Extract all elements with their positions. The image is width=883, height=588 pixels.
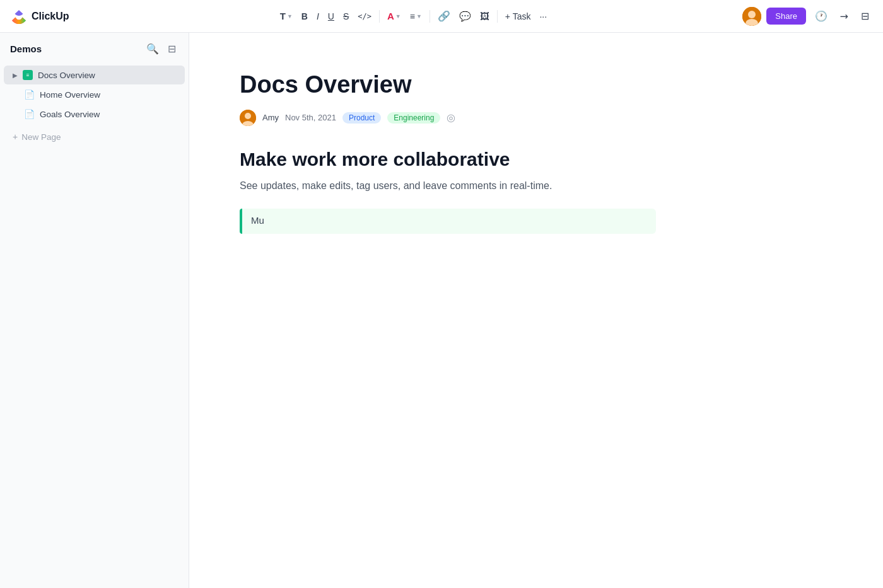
sidebar: Demos 🔍 ⊟ ▶ ≡ Docs Overview 📄 Ho bbox=[0, 33, 189, 588]
content-area: Docs Overview Amy Nov 5th, 2021 Product … bbox=[189, 33, 883, 588]
divider-3 bbox=[497, 10, 498, 23]
sidebar-item-label: Docs Overview bbox=[38, 71, 95, 80]
logo-text: ClickUp bbox=[32, 11, 69, 22]
document-title: Docs Overview bbox=[240, 71, 833, 100]
divider-2 bbox=[430, 10, 430, 23]
sidebar-header: Demos 🔍 ⊟ bbox=[0, 33, 189, 62]
blockquote: Mu bbox=[240, 209, 656, 234]
sidebar-item-goals-overview[interactable]: 📄 Goals Overview bbox=[4, 105, 185, 124]
tag-product[interactable]: Product bbox=[342, 112, 381, 124]
document-date: Nov 5th, 2021 bbox=[285, 113, 336, 122]
new-page-button[interactable]: + New Page bbox=[4, 127, 185, 146]
align-button[interactable]: ≡ ▼ bbox=[406, 7, 426, 26]
code-button[interactable]: </> bbox=[354, 7, 375, 26]
link-button[interactable]: 🔗 bbox=[434, 7, 454, 26]
doc-icon-home: 📄 bbox=[24, 89, 35, 100]
layout-icon: ⊟ bbox=[168, 43, 176, 54]
color-dropdown-arrow: ▼ bbox=[395, 13, 401, 20]
underline-button[interactable]: U bbox=[324, 7, 338, 26]
sidebar-search-button[interactable]: 🔍 bbox=[144, 42, 161, 56]
toolbar: ClickUp T ▼ B I U S </> A ▼ ≡ ▼ bbox=[0, 0, 883, 33]
nav-expand-arrow: ▶ bbox=[13, 72, 18, 79]
svg-point-1 bbox=[748, 11, 756, 18]
strikethrough-button[interactable]: S bbox=[339, 7, 353, 26]
sidebar-item-label: Home Overview bbox=[40, 90, 100, 100]
share-button[interactable]: Share bbox=[766, 8, 806, 25]
italic-button[interactable]: I bbox=[313, 7, 323, 26]
author-name: Amy bbox=[262, 113, 279, 122]
author-avatar bbox=[240, 110, 256, 126]
bold-button[interactable]: B bbox=[298, 7, 312, 26]
add-task-button[interactable]: + Task bbox=[501, 7, 535, 26]
image-button[interactable]: 🖼 bbox=[476, 7, 493, 26]
section-title: Make work more collaborative bbox=[240, 149, 833, 170]
blockquote-text[interactable]: Mu bbox=[242, 209, 273, 234]
text-format-button[interactable]: T ▼ bbox=[276, 7, 296, 26]
text-color-button[interactable]: A ▼ bbox=[383, 7, 405, 26]
align-dropdown-arrow: ▼ bbox=[416, 13, 422, 20]
export-button[interactable]: ↗ bbox=[836, 7, 852, 26]
sidebar-nav: ▶ ≡ Docs Overview 📄 Home Overview 📄 Goal… bbox=[0, 62, 189, 127]
avatar[interactable] bbox=[742, 7, 761, 26]
divider-1 bbox=[379, 10, 380, 23]
svg-point-4 bbox=[245, 113, 251, 119]
search-icon: 🔍 bbox=[146, 43, 159, 54]
tag-add-icon[interactable]: ◎ bbox=[447, 112, 455, 124]
sidebar-item-home-overview[interactable]: 📄 Home Overview bbox=[4, 85, 185, 104]
comment-button[interactable]: 💬 bbox=[455, 7, 475, 26]
sidebar-item-label: Goals Overview bbox=[40, 110, 100, 119]
plus-icon: + bbox=[13, 132, 18, 142]
formatting-toolbar: T ▼ B I U S </> A ▼ ≡ ▼ 🔗 � bbox=[87, 7, 740, 26]
main-layout: Demos 🔍 ⊟ ▶ ≡ Docs Overview 📄 Ho bbox=[0, 33, 883, 588]
document-meta: Amy Nov 5th, 2021 Product Engineering ◎ bbox=[240, 110, 833, 126]
tag-engineering[interactable]: Engineering bbox=[387, 112, 440, 124]
history-button[interactable]: 🕐 bbox=[811, 7, 831, 26]
new-page-label: New Page bbox=[21, 132, 61, 142]
toolbar-right: Share 🕐 ↗ ⊟ bbox=[742, 7, 873, 26]
sidebar-layout-button[interactable]: ⊟ bbox=[165, 42, 178, 56]
sidebar-header-icons: 🔍 ⊟ bbox=[144, 42, 178, 56]
sidebar-toggle-button[interactable]: ⊟ bbox=[857, 7, 873, 26]
text-dropdown-arrow: ▼ bbox=[287, 13, 293, 20]
section-subtitle: See updates, make edits, tag users, and … bbox=[240, 178, 833, 194]
logo[interactable]: ClickUp bbox=[10, 8, 69, 25]
more-options-button[interactable]: ··· bbox=[535, 7, 551, 26]
sidebar-item-docs-overview[interactable]: ▶ ≡ Docs Overview bbox=[4, 66, 185, 84]
docs-green-icon: ≡ bbox=[23, 70, 33, 80]
clickup-logo-icon bbox=[10, 8, 28, 25]
doc-icon-goals: 📄 bbox=[24, 109, 35, 119]
sidebar-title: Demos bbox=[10, 43, 42, 54]
